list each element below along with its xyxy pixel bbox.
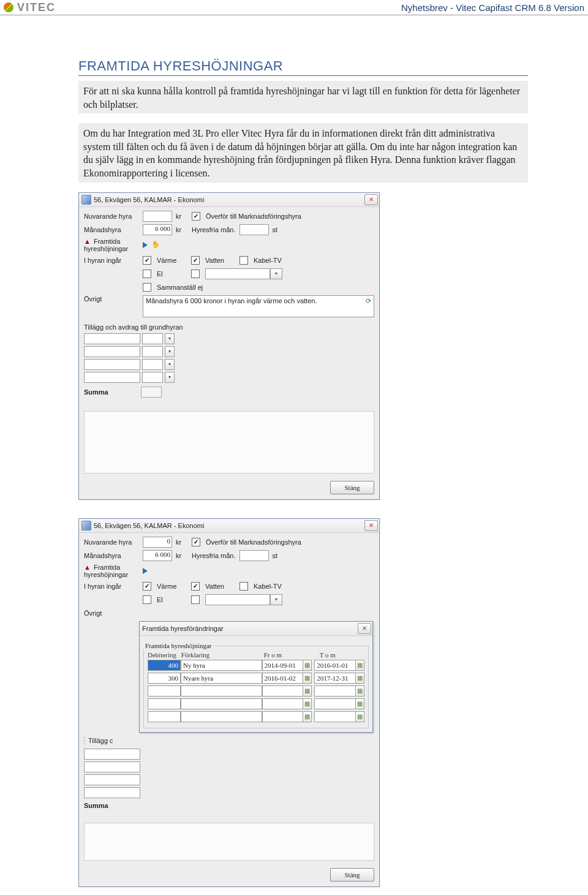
list-area-2 [84,823,374,861]
calendar-icon[interactable]: ▦ [303,711,312,722]
cell-from[interactable] [262,698,303,709]
cell-tom[interactable] [314,698,355,709]
dropdown-icon[interactable]: ▾ [270,268,282,279]
cell-from[interactable] [262,685,303,697]
inner-row: 300Nyare hyra2016-01-02▦2017-12-31▦ [148,673,364,684]
tillagg-val-2[interactable] [142,346,163,357]
tillagg-drop-3[interactable]: ▾ [165,359,175,370]
textarea-ovrigt[interactable]: Månadshyra 6 000 kronor i hyran ingår vä… [143,295,374,317]
label-nuvarande-hyra: Nuvarande hyra [84,213,139,220]
label-sammanstall: Sammanställ ej [157,284,203,291]
cell-debitering[interactable]: 300 [148,673,181,684]
label-hyresfria: Hyresfria mån. [192,226,236,233]
label-tillagg: Tillägg och avdrag till grundhyran [84,323,374,331]
checkbox-kabeltv-2[interactable] [239,582,248,591]
cell-debitering[interactable] [148,711,181,722]
checkbox-overfor[interactable] [192,212,200,221]
tillagg-desc-1[interactable] [84,333,140,344]
label-el: El [157,270,187,278]
label-varme: Värme [157,257,187,264]
tillagg-val-4[interactable] [142,372,163,383]
close-dialog-button[interactable]: Stäng [330,481,374,494]
checkbox-el[interactable] [143,270,151,278]
tillagg2-desc-3[interactable] [84,774,140,785]
tillagg-val-1[interactable] [142,333,163,344]
calendar-icon[interactable]: ▦ [303,660,312,671]
label-summa-2: Summa [84,802,108,809]
input-manadshyra[interactable]: 6 000 [143,224,172,235]
cell-debitering[interactable] [148,685,181,697]
label-ihyran: I hyran ingår [84,257,139,264]
input-hyresfria-2[interactable] [239,550,269,561]
cell-from[interactable]: 2014-09-01 [262,660,303,671]
checkbox-varme[interactable] [143,256,151,265]
tillagg-drop-4[interactable]: ▾ [165,372,175,383]
close-button[interactable]: ✕ [364,194,378,205]
calendar-icon[interactable]: ▦ [356,711,364,722]
tillagg-val-3[interactable] [142,359,163,370]
cell-forklaring[interactable] [181,698,262,709]
warning-icon-2: ▲ [84,564,91,571]
label-ovrigt-2: Övrigt [84,610,139,617]
tillagg-desc-4[interactable] [84,372,140,383]
dropdown-icon-2[interactable]: ▾ [270,594,282,605]
input-nuvarande-2[interactable]: 0 [143,537,172,548]
cell-tom[interactable]: 2016-01-01 [314,660,355,671]
calendar-icon[interactable]: ▦ [303,673,312,684]
checkbox-vatten[interactable] [191,256,200,265]
calendar-icon[interactable]: ▦ [303,685,312,697]
checkbox-vatten-2[interactable] [191,582,200,591]
combo-extra-2[interactable] [205,594,270,605]
checkbox-overfor-2[interactable] [192,538,200,546]
tillagg-desc-3[interactable] [84,359,140,370]
newsletter-label: Nyhetsbrev - Vitec Capifast CRM 6.8 Vers… [401,2,584,13]
tillagg-drop-1[interactable]: ▾ [165,333,175,344]
paragraph-2: Om du har Integration med 3L Pro eller V… [78,123,528,182]
inner-row: 400Ny hyra2014-09-01▦2016-01-01▦ [148,660,364,671]
refresh-icon[interactable]: ⟳ [366,297,371,305]
cell-forklaring[interactable]: Nyare hyra [181,673,262,684]
label-vatten: Vatten [205,257,236,264]
tillagg-desc-2[interactable] [84,346,140,357]
tillagg2-desc-4[interactable] [84,787,140,798]
cell-forklaring[interactable] [181,685,262,697]
warning-icon: ▲ [84,238,91,245]
input-nuvarande-hyra[interactable] [143,211,172,222]
checkbox-kabeltv[interactable] [239,256,248,265]
close-dialog-button-2[interactable]: Stäng [330,868,374,882]
expand-icon-2[interactable] [143,568,148,574]
expand-icon[interactable] [143,242,148,248]
checkbox-varme-2[interactable] [143,582,151,591]
checkbox-blank[interactable] [191,270,200,278]
tillagg-drop-2[interactable]: ▾ [165,346,175,357]
cell-from[interactable]: 2016-01-02 [262,673,303,684]
cell-tom[interactable]: 2017-12-31 [314,673,355,684]
cell-tom[interactable] [314,711,355,722]
calendar-icon[interactable]: ▦ [356,698,364,709]
list-area [84,411,374,474]
calendar-icon[interactable]: ▦ [356,685,364,697]
checkbox-sammanstall[interactable] [143,283,151,292]
inner-close-button[interactable]: ✕ [358,623,371,634]
cell-forklaring[interactable]: Ny hyra [181,660,262,671]
cell-debitering[interactable]: 400 [148,660,181,671]
calendar-icon[interactable]: ▦ [356,673,364,684]
close-button-2[interactable]: ✕ [364,520,378,531]
tillagg2-desc-1[interactable] [84,749,140,760]
col-from: Fr o m [264,651,309,659]
brand-text: VITEC [17,1,56,14]
input-manadshyra-2[interactable]: 6 000 [143,550,172,561]
checkbox-el-2[interactable] [143,595,151,604]
combo-extra[interactable] [205,268,270,279]
cell-debitering[interactable] [148,698,181,709]
input-hyresfria[interactable] [239,224,269,235]
checkbox-blank-2[interactable] [191,595,200,604]
calendar-icon[interactable]: ▦ [356,660,364,671]
cell-from[interactable] [262,711,303,722]
col-forklaring: Förklaring [181,651,264,659]
cell-forklaring[interactable] [181,711,262,722]
paragraph-1: För att ni ska kunna hålla kontroll på f… [78,81,528,113]
cell-tom[interactable] [314,685,355,697]
calendar-icon[interactable]: ▦ [303,698,312,709]
tillagg2-desc-2[interactable] [84,761,140,772]
